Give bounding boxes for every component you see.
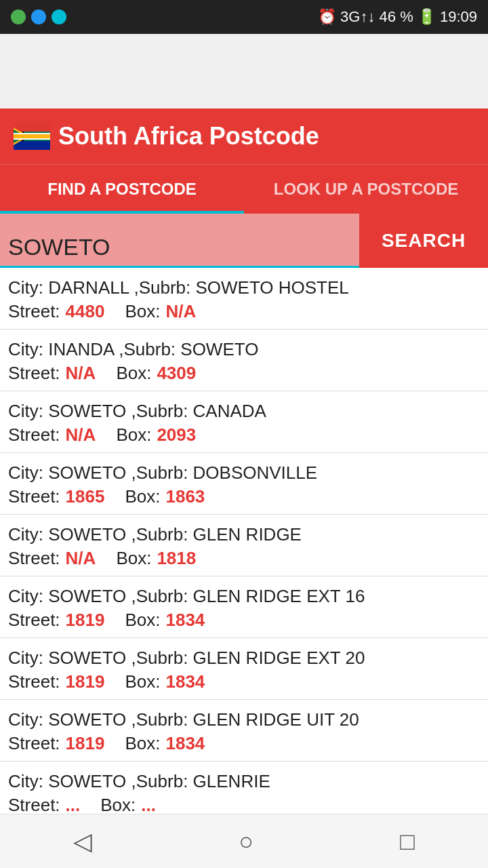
status-icons [11, 9, 66, 24]
result-codes: Street:1819Box:1834 [8, 733, 480, 754]
svg-rect-3 [14, 123, 50, 132]
result-city-suburb: City: SOWETO ,Subrb: GLENRIE [8, 771, 480, 792]
result-city-suburb: City: SOWETO ,Subrb: DOBSONVILLE [8, 462, 480, 484]
result-item: City: SOWETO ,Subrb: GLEN RIDGE EXT 20St… [0, 638, 488, 700]
result-codes: Street:4480Box:N/A [8, 301, 480, 322]
top-spacer [0, 34, 488, 108]
result-city-suburb: City: SOWETO ,Subrb: GLEN RIDGE UIT 20 [8, 709, 480, 730]
status-time: ⏰ 3G↑↓ 46 % 🔋 19:09 [318, 8, 477, 26]
result-item: City: SOWETO ,Subrb: DOBSONVILLEStreet:1… [0, 453, 488, 515]
result-item: City: DARNALL ,Subrb: SOWETO HOSTELStree… [0, 268, 488, 330]
search-input-wrap [0, 214, 359, 268]
dot-blue [31, 9, 46, 24]
bottom-nav: ◁ ○ □ [0, 814, 488, 868]
tabs: FIND A POSTCODE LOOK UP A POSTCODE [0, 164, 488, 214]
result-codes: Street:1819Box:1834 [8, 610, 480, 631]
app-title: South Africa Postcode [58, 122, 319, 151]
result-codes: Street:...Box:... [8, 795, 480, 816]
result-city-suburb: City: SOWETO ,Subrb: GLEN RIDGE EXT 20 [8, 648, 480, 669]
result-item: City: INANDA ,Subrb: SOWETOStreet:N/ABox… [0, 330, 488, 391]
result-codes: Street:N/ABox:4309 [8, 363, 480, 384]
result-codes: Street:1819Box:1834 [8, 671, 480, 692]
result-city-suburb: City: SOWETO ,Subrb: CANADA [8, 401, 480, 422]
svg-rect-4 [14, 141, 50, 150]
result-item: City: SOWETO ,Subrb: CANADAStreet:N/ABox… [0, 391, 488, 453]
search-button[interactable]: SEARCH [359, 214, 488, 268]
recent-button[interactable]: □ [380, 821, 435, 863]
tab-lookup[interactable]: LOOK UP A POSTCODE [244, 165, 488, 214]
back-button[interactable]: ◁ [53, 821, 113, 863]
dot-green [11, 9, 26, 24]
result-item: City: SOWETO ,Subrb: GLEN RIDGEStreet:N/… [0, 515, 488, 576]
result-city-suburb: City: DARNALL ,Subrb: SOWETO HOSTEL [8, 277, 480, 298]
result-city-suburb: City: SOWETO ,Subrb: GLEN RIDGE EXT 16 [8, 586, 480, 607]
result-city-suburb: City: SOWETO ,Subrb: GLEN RIDGE [8, 524, 480, 545]
result-item: City: SOWETO ,Subrb: GLEN RIDGE UIT 20St… [0, 700, 488, 762]
result-codes: Street:N/ABox:2093 [8, 425, 480, 446]
status-right: ⏰ 3G↑↓ 46 % 🔋 19:09 [318, 8, 477, 26]
tab-find[interactable]: FIND A POSTCODE [0, 165, 244, 214]
status-bar: ⏰ 3G↑↓ 46 % 🔋 19:09 [0, 0, 488, 34]
search-bar: SEARCH [0, 214, 488, 268]
app-header: South Africa Postcode [0, 108, 488, 164]
result-city-suburb: City: INANDA ,Subrb: SOWETO [8, 339, 480, 360]
result-item: City: SOWETO ,Subrb: GLEN RIDGE EXT 16St… [0, 576, 488, 638]
flag-icon [14, 123, 50, 150]
result-codes: Street:N/ABox:1818 [8, 548, 480, 569]
results-list: City: DARNALL ,Subrb: SOWETO HOSTELStree… [0, 268, 488, 868]
home-button[interactable]: ○ [218, 821, 274, 863]
result-codes: Street:1865Box:1863 [8, 486, 480, 507]
svg-rect-8 [14, 134, 50, 138]
search-input[interactable] [8, 234, 359, 260]
dot-cyan [52, 9, 66, 24]
